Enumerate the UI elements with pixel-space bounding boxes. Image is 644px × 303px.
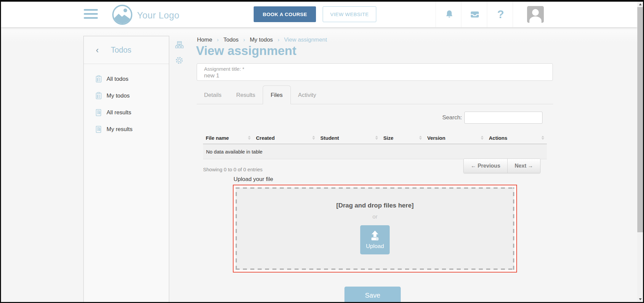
view-website-button[interactable]: VIEW WEBSITE xyxy=(323,6,376,22)
tab-files[interactable]: Files xyxy=(263,85,291,104)
upload-section-label: Upload your file xyxy=(234,176,273,183)
sidebar-item-my-todos[interactable]: My todos xyxy=(84,87,169,104)
results-doc-icon xyxy=(94,125,103,134)
upload-button-label: Upload xyxy=(366,243,384,250)
logo-image-icon xyxy=(112,4,133,27)
assignment-title-field[interactable]: Assignment title: * new 1 xyxy=(197,63,553,81)
upload-arrow-icon xyxy=(369,230,381,242)
sidebar-header: ‹ Todos xyxy=(84,36,169,64)
scroll-down-icon[interactable] xyxy=(637,297,643,302)
pagination: ← Previous Next → xyxy=(463,159,540,173)
search-label: Search: xyxy=(442,114,462,121)
inbox-tray-icon[interactable] xyxy=(467,2,482,27)
column-header-actions[interactable]: Actions xyxy=(486,132,547,144)
tab-bar: Details Results Files Activity xyxy=(197,85,553,104)
logo-text: Your Logo xyxy=(137,10,180,21)
sort-icon[interactable] xyxy=(541,136,544,140)
sidebar-item-label: All todos xyxy=(107,76,128,82)
or-text: or xyxy=(236,214,514,220)
breadcrumb-todos[interactable]: Todos xyxy=(223,37,239,43)
settings-gear-icon[interactable] xyxy=(175,56,184,65)
breadcrumb-separator: › xyxy=(277,37,279,43)
sidebar-item-all-todos[interactable]: All todos xyxy=(84,71,169,87)
tab-activity[interactable]: Activity xyxy=(291,86,324,104)
user-avatar[interactable] xyxy=(527,6,544,23)
todo-list-icon xyxy=(94,92,103,100)
breadcrumb: Home › Todos › My todos › View assignmen… xyxy=(197,37,327,43)
sidebar-item-my-results[interactable]: My results xyxy=(84,121,169,138)
sidebar-item-all-results[interactable]: All results xyxy=(84,104,169,121)
column-header-version[interactable]: Version xyxy=(425,132,486,144)
logo: Your Logo xyxy=(112,4,180,27)
notifications-bell-icon[interactable] xyxy=(442,2,457,27)
drag-drop-text: [Drag and drop files here] xyxy=(236,202,514,209)
previous-page-button[interactable]: ← Previous xyxy=(464,159,507,173)
next-page-button[interactable]: Next → xyxy=(507,159,540,173)
breadcrumb-separator: › xyxy=(217,37,218,43)
help-icon[interactable]: ? xyxy=(493,2,508,27)
hamburger-menu-icon[interactable] xyxy=(84,9,98,19)
file-dropzone[interactable]: [Drag and drop files here] or Upload xyxy=(233,185,517,272)
assignment-title-label: Assignment title: * xyxy=(204,66,553,72)
header-divider xyxy=(513,2,513,27)
app-header: Your Logo BOOK A COURSE VIEW WEBSITE ? xyxy=(1,2,637,27)
table-empty-message: No data available in table xyxy=(203,144,547,159)
header-divider xyxy=(436,2,436,27)
column-header-created[interactable]: Created xyxy=(253,132,318,144)
header-divider xyxy=(487,2,487,27)
sidebar-item-label: My results xyxy=(107,126,132,133)
sort-icon[interactable] xyxy=(419,136,422,140)
table-search: Search: xyxy=(442,112,542,124)
sort-icon[interactable] xyxy=(312,136,315,140)
header-divider xyxy=(461,2,461,27)
column-header-student[interactable]: Student xyxy=(318,132,381,144)
sort-icon[interactable] xyxy=(248,136,251,140)
sort-icon[interactable] xyxy=(481,136,484,140)
results-doc-icon xyxy=(94,108,103,117)
sidebar-title: Todos xyxy=(111,46,131,55)
breadcrumb-my-todos[interactable]: My todos xyxy=(250,37,273,43)
sidebar-item-label: All results xyxy=(107,109,131,116)
sort-icon[interactable] xyxy=(375,136,378,140)
vertical-scrollbar[interactable] xyxy=(637,2,643,302)
sidebar-collapse-icon[interactable]: ‹ xyxy=(96,46,99,54)
column-header-size[interactable]: Size xyxy=(381,132,425,144)
scroll-up-icon[interactable] xyxy=(637,2,643,7)
assignment-title-value: new 1 xyxy=(204,72,553,79)
column-header-file-name[interactable]: File name xyxy=(203,132,253,144)
sidebar-item-label: My todos xyxy=(107,93,130,99)
book-a-course-button[interactable]: BOOK A COURSE xyxy=(254,6,316,22)
breadcrumb-separator: › xyxy=(243,37,245,43)
upload-button[interactable]: Upload xyxy=(360,225,390,254)
table-header-row: File name Created Student Size Version A… xyxy=(203,132,547,144)
scrollbar-thumb[interactable] xyxy=(637,7,643,232)
dropzone-dashed-area: [Drag and drop files here] or Upload xyxy=(236,187,514,270)
page-title: View assignment xyxy=(196,44,297,58)
save-button[interactable]: Save xyxy=(344,287,401,303)
search-input[interactable] xyxy=(464,112,542,124)
sidebar: ‹ Todos All todos xyxy=(83,36,169,302)
sitemap-icon[interactable] xyxy=(175,41,184,50)
tab-results[interactable]: Results xyxy=(229,86,263,104)
tab-details[interactable]: Details xyxy=(197,86,229,104)
breadcrumb-current: View assignment xyxy=(284,37,327,43)
todo-list-icon xyxy=(94,75,103,83)
table-info-text: Showing 0 to 0 of 0 entries xyxy=(203,167,263,172)
breadcrumb-home[interactable]: Home xyxy=(197,37,212,43)
